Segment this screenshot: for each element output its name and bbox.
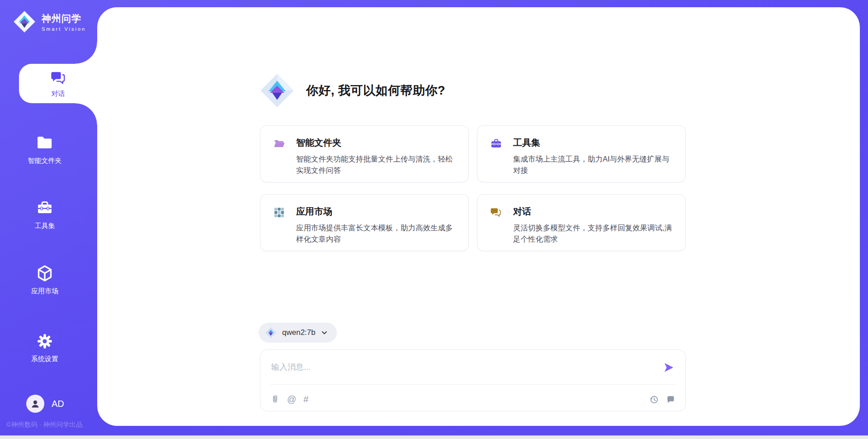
- composer-divider: [270, 384, 675, 385]
- sidebar-item-smart-folder[interactable]: 智能文件夹: [11, 134, 79, 165]
- person-icon: [30, 398, 41, 409]
- toolbox-icon: [35, 199, 54, 218]
- sidebar-item-app-market[interactable]: 应用市场: [11, 264, 79, 296]
- window-bottom-edge: [0, 435, 868, 439]
- chevron-down-icon: [321, 329, 328, 336]
- brand-name: 神州问学: [42, 12, 86, 25]
- message-composer: @ #: [260, 349, 686, 411]
- history-button[interactable]: [649, 395, 659, 404]
- composer-toolbar: @ #: [270, 392, 675, 406]
- attach-file-button[interactable]: [270, 395, 280, 404]
- folder-icon: [35, 134, 54, 153]
- sidebar-item-chat[interactable]: 对话: [19, 64, 97, 103]
- hashtag-button[interactable]: #: [303, 395, 308, 404]
- greeting-title: 你好, 我可以如何帮助你?: [306, 82, 445, 99]
- sidebar-footer-text: ©神州数码 · 神州问学出品: [6, 420, 97, 429]
- card-description: 智能文件夹功能支持批量文件上传与清洗，轻松实现文件问答: [296, 153, 456, 176]
- conversation-button[interactable]: [666, 395, 675, 404]
- sidebar-item-label: 系统设置: [31, 355, 58, 363]
- toolbox-icon: [490, 138, 502, 150]
- user-menu[interactable]: AD: [26, 395, 64, 413]
- mention-button[interactable]: @: [287, 395, 296, 404]
- sidebar-item-toolset[interactable]: 工具集: [11, 199, 79, 230]
- app-root: 神州问学 Smart Vision 对话 智能文件夹 工具集: [0, 0, 868, 439]
- model-selector[interactable]: qwen2:7b: [259, 323, 337, 343]
- chat-icon: [490, 206, 502, 219]
- main-panel: 你好, 我可以如何帮助你? 智能文件夹 智能文件夹功能支持批量文件上传与清洗，轻…: [97, 7, 860, 426]
- paperclip-icon: [270, 395, 280, 404]
- card-description: 集成市场上主流工具，助力AI与外界无缝扩展与对接: [513, 153, 673, 176]
- card-description: 应用市场提供丰富长文本模板，助力高效生成多样化文章内容: [296, 222, 456, 245]
- history-icon: [649, 395, 659, 404]
- brand-logo: 神州问学 Smart Vision: [13, 10, 86, 33]
- card-title: 智能文件夹: [296, 137, 456, 149]
- sidebar-item-label: 工具集: [35, 222, 55, 230]
- folder-open-icon: [273, 138, 285, 150]
- model-name: qwen2:7b: [282, 328, 316, 337]
- diamond-logo-icon: [13, 10, 36, 33]
- brand-subtitle: Smart Vision: [42, 26, 86, 32]
- diamond-logo-icon: [259, 72, 295, 109]
- gear-icon: [35, 332, 54, 351]
- grid-icon: [273, 206, 285, 219]
- user-name: AD: [52, 399, 64, 409]
- sidebar-item-label: 智能文件夹: [28, 157, 62, 165]
- card-title: 对话: [513, 205, 673, 218]
- chat-icon: [50, 69, 67, 86]
- sidebar-item-label: 应用市场: [31, 287, 58, 296]
- chat-bubble-icon: [666, 395, 675, 404]
- card-smart-folder[interactable]: 智能文件夹 智能文件夹功能支持批量文件上传与清洗，轻松实现文件问答: [260, 125, 469, 182]
- card-chat[interactable]: 对话 灵活切换多模型文件，支持多样回复效果调试,满足个性化需求: [477, 194, 686, 251]
- greeting: 你好, 我可以如何帮助你?: [259, 72, 445, 109]
- card-title: 工具集: [513, 137, 673, 149]
- sidebar-item-settings[interactable]: 系统设置: [11, 332, 79, 363]
- card-toolset[interactable]: 工具集 集成市场上主流工具，助力AI与外界无缝扩展与对接: [477, 125, 686, 182]
- avatar: [26, 395, 44, 413]
- card-title: 应用市场: [296, 205, 456, 218]
- nav-active-fillet-top: [75, 42, 97, 64]
- feature-cards: 智能文件夹 智能文件夹功能支持批量文件上传与清洗，轻松实现文件问答 工具集 集成…: [260, 125, 686, 251]
- card-app-market[interactable]: 应用市场 应用市场提供丰富长文本模板，助力高效生成多样化文章内容: [260, 194, 469, 251]
- message-input[interactable]: [271, 358, 660, 376]
- send-icon[interactable]: [663, 362, 675, 373]
- nav-active-fillet-bottom: [75, 103, 97, 125]
- diamond-logo-icon: [265, 327, 277, 339]
- card-description: 灵活切换多模型文件，支持多样回复效果调试,满足个性化需求: [513, 222, 673, 245]
- cube-icon: [35, 264, 54, 283]
- sidebar-item-label: 对话: [52, 90, 65, 98]
